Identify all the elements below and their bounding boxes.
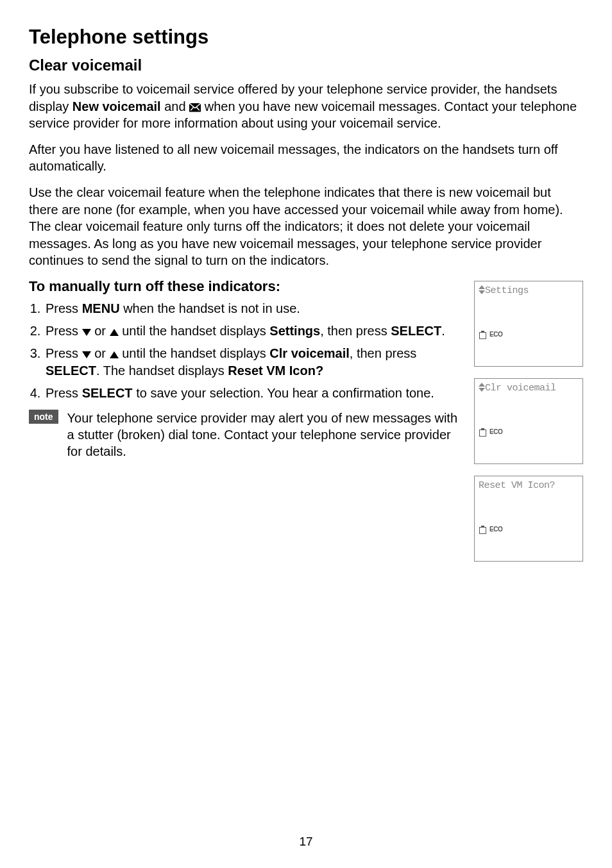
handset-display-settings: Settings ECO [474, 281, 583, 367]
battery-icon [479, 427, 487, 437]
note-block: note Your telephone service provider may… [29, 410, 466, 460]
text-fragment: until the handset displays [119, 324, 270, 338]
page-number: 17 [0, 835, 612, 849]
select-key: SELECT [46, 363, 96, 378]
text-fragment: , then press [350, 346, 417, 360]
screen-text: Clr voicemail [485, 383, 556, 394]
text-fragment: to save your selection. You hear a confi… [133, 386, 434, 400]
intro-paragraph-1: If you subscribe to voicemail service of… [29, 81, 583, 132]
text-fragment: Press [46, 301, 82, 315]
settings-label: Settings [269, 324, 320, 338]
steps-list: Press MENU when the handset is not in us… [29, 300, 466, 402]
screen-text: Settings [485, 285, 529, 296]
text-fragment: and [161, 99, 189, 113]
intro-paragraph-3: Use the clear voicemail feature when the… [29, 184, 583, 269]
step-3: Press or until the handset displays Clr … [44, 345, 466, 380]
eco-indicator: ECO [489, 331, 502, 338]
text-fragment: or [91, 324, 110, 338]
select-key: SELECT [82, 386, 133, 400]
up-arrow-icon [110, 329, 119, 336]
note-badge: note [29, 410, 58, 424]
menu-key: MENU [82, 301, 120, 315]
handset-display-reset-vm: Reset VM Icon? ECO [474, 476, 583, 562]
handset-display-clr-voicemail: Clr voicemail ECO [474, 378, 583, 464]
battery-icon [479, 524, 487, 534]
envelope-icon [189, 99, 201, 108]
screen-text: Reset VM Icon? [479, 480, 555, 491]
select-key: SELECT [391, 324, 441, 338]
section-heading: Clear voicemail [29, 56, 583, 74]
updown-icon [479, 383, 485, 392]
intro-paragraph-2: After you have listened to all new voice… [29, 141, 583, 175]
text-fragment: . The handset displays [96, 363, 228, 378]
text-fragment: or [91, 346, 110, 360]
eco-indicator: ECO [489, 526, 502, 533]
text-fragment: until the handset displays [119, 346, 270, 360]
step-4: Press SELECT to save your selection. You… [44, 385, 466, 402]
new-voicemail-label: New voicemail [72, 99, 161, 113]
battery-icon [479, 330, 487, 339]
down-arrow-icon [82, 329, 91, 336]
text-fragment: Press [46, 346, 82, 360]
step-2: Press or until the handset displays Sett… [44, 322, 466, 340]
clr-voicemail-label: Clr voicemail [269, 346, 350, 360]
text-fragment: , then press [320, 324, 391, 338]
text-fragment: Press [46, 386, 82, 400]
eco-indicator: ECO [489, 428, 502, 435]
subheading: To manually turn off these indicators: [29, 278, 466, 295]
text-fragment: . [441, 324, 445, 338]
note-text: Your telephone service provider may aler… [67, 410, 466, 460]
updown-icon [479, 285, 485, 294]
page-title: Telephone settings [29, 26, 583, 49]
text-fragment: Press [46, 324, 82, 338]
down-arrow-icon [82, 351, 91, 358]
up-arrow-icon [110, 351, 119, 358]
text-fragment: when the handset is not in use. [120, 301, 300, 315]
step-1: Press MENU when the handset is not in us… [44, 300, 466, 317]
reset-vm-label: Reset VM Icon? [228, 363, 323, 378]
